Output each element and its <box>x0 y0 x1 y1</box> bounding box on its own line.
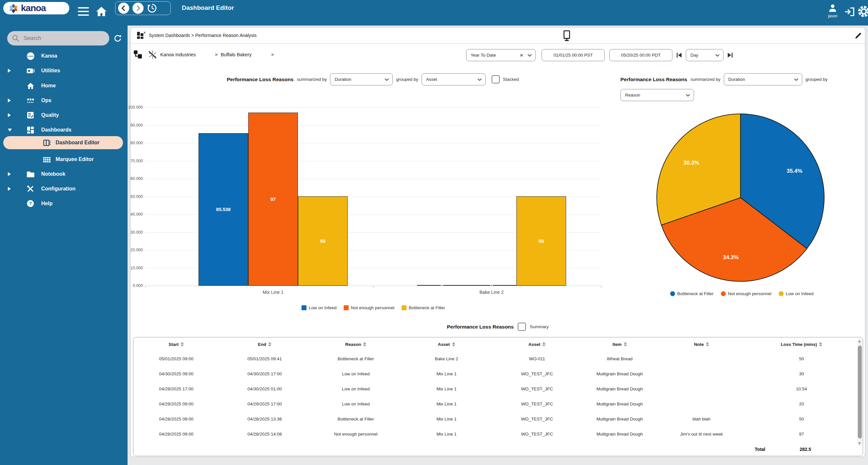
bar-mix-line-1-low-on-infeed[interactable]: 85.538 <box>198 133 248 286</box>
legend-item[interactable]: Not enough personnel <box>721 291 772 296</box>
expand-caret-icon[interactable] <box>8 187 11 191</box>
sidebar-item-dashboard-editor[interactable]: Dashboard Editor <box>0 137 128 149</box>
sort-arrows-icon[interactable] <box>624 342 627 347</box>
category-label: Mix Line 1 <box>247 290 299 295</box>
scrollbar-thumb[interactable] <box>858 346 862 438</box>
table-row[interactable]: 04/28/2025 09:0004/28/2025 14:08Not enou… <box>133 426 857 441</box>
column-header-asset[interactable]: Asset <box>492 342 583 347</box>
breadcrumb[interactable]: System Dashboards > Performance Reason A… <box>149 28 257 43</box>
bar-bake-line-2-bottleneck-at-filler[interactable]: 50 <box>517 196 566 286</box>
table-cell: Multigrain Bread Dough <box>583 416 657 422</box>
column-header-item[interactable]: Item <box>583 342 657 347</box>
asset-filter-icon[interactable] <box>148 50 158 61</box>
history-icon[interactable] <box>147 3 157 13</box>
scroll-up-icon[interactable] <box>858 340 861 342</box>
table-scrollbar[interactable] <box>857 338 862 446</box>
step-select[interactable]: Day <box>686 49 723 61</box>
table-row[interactable]: 04/30/2025 09:0004/30/2025 17:00Low on I… <box>133 366 857 381</box>
sort-arrows-icon[interactable] <box>542 342 546 347</box>
pie-summarized-by-select[interactable]: Duration <box>724 73 802 85</box>
table-cell: Mix Line 1 <box>401 371 492 376</box>
monitor-icon[interactable] <box>562 30 572 42</box>
sidebar-item-home[interactable]: Home <box>0 80 128 92</box>
breadcrumb-separator: > <box>271 44 274 66</box>
table-row[interactable]: 04/29/2025 17:0004/30/2025 01:00Low on I… <box>133 381 857 396</box>
bar-bake-line-2-not-enough-personnel[interactable]: 0 <box>467 285 517 286</box>
kanoa-logo[interactable]: kanoa <box>3 2 69 14</box>
user-menu[interactable]: jason <box>823 3 842 18</box>
site-breadcrumb-item[interactable]: Kanoa Industries <box>160 44 196 66</box>
column-header-asset[interactable]: Asset <box>401 342 492 347</box>
sidebar-item-utilities[interactable]: Utilities <box>0 65 128 77</box>
sort-arrows-icon[interactable] <box>452 342 455 347</box>
column-header-note[interactable]: Note <box>657 342 746 347</box>
sort-arrows-icon[interactable] <box>819 342 822 347</box>
legend-swatch-icon <box>721 291 726 296</box>
column-header-start[interactable]: Start <box>133 342 219 347</box>
refresh-icon[interactable] <box>113 34 122 44</box>
skip-previous-icon[interactable] <box>676 52 683 60</box>
sort-arrows-icon[interactable] <box>706 342 709 347</box>
scroll-down-icon[interactable] <box>858 442 861 445</box>
column-header-end[interactable]: End <box>219 342 310 347</box>
collapse-caret-icon[interactable] <box>8 128 12 132</box>
sidebar-item-marquee-editor[interactable]: Marquee Editor <box>0 153 128 165</box>
search-box[interactable] <box>7 31 109 46</box>
table-cell: Multigrain Bread Dough <box>583 402 657 406</box>
pie-grouped-by-select[interactable]: Reason <box>620 89 694 101</box>
hierarchy-icon[interactable] <box>133 50 143 61</box>
chevron-down-icon <box>685 94 690 97</box>
clear-range-icon[interactable]: × <box>519 52 524 59</box>
search-input[interactable] <box>23 35 103 42</box>
table-row[interactable]: 04/29/2025 09:0004/29/2025 17:00Low on I… <box>133 396 857 411</box>
forward-button[interactable] <box>132 3 144 14</box>
sidebar-item-kanoa[interactable]: KANOA Kanoa <box>0 50 128 62</box>
back-button[interactable] <box>118 3 129 14</box>
legend-item[interactable]: Bottleneck at Filler <box>402 305 445 310</box>
area-breadcrumb-item[interactable]: Buffalo Bakery <box>221 44 251 66</box>
bar-mix-line-1-bottleneck-at-filler[interactable]: 50 <box>298 196 348 286</box>
bar-mix-line-1-not-enough-personnel[interactable]: 97 <box>248 113 298 286</box>
sidebar-item-notebook[interactable]: Notebook <box>0 168 128 180</box>
skip-next-icon[interactable] <box>727 52 734 60</box>
legend-item[interactable]: Bottleneck at Filler <box>670 291 714 296</box>
table-cell: 04/29/2025 09:00 <box>133 402 219 406</box>
menu-icon[interactable] <box>78 7 89 16</box>
column-header-reason[interactable]: Reason <box>310 342 402 347</box>
expand-caret-icon[interactable] <box>8 69 11 72</box>
bar-value-label: 50 <box>539 238 544 244</box>
table-cell: 04/28/2025 13:36 <box>219 416 310 422</box>
folder-icon <box>25 170 36 179</box>
expand-caret-icon[interactable] <box>8 98 11 103</box>
table-row[interactable]: 04/28/2025 09:0004/28/2025 13:36Bottlene… <box>133 411 857 426</box>
legend-swatch-icon <box>344 305 349 310</box>
sort-arrows-icon[interactable] <box>181 342 184 347</box>
home-icon[interactable] <box>95 5 107 19</box>
stacked-checkbox[interactable] <box>492 75 500 83</box>
sort-arrows-icon[interactable] <box>363 342 366 347</box>
sidebar-item-dashboards[interactable]: Dashboards <box>0 124 128 136</box>
logout-icon[interactable] <box>844 6 856 19</box>
edit-pencil-icon[interactable] <box>854 31 862 41</box>
legend-item[interactable]: Not enough personnel <box>344 305 395 310</box>
settings-gear-icon[interactable] <box>858 5 868 19</box>
table-row[interactable]: 05/01/2025 09:0005/01/2025 09:41Bottlene… <box>133 351 857 366</box>
sort-arrows-icon[interactable] <box>268 342 272 347</box>
sidebar-item-configuration[interactable]: Configuration <box>0 183 128 195</box>
date-range-preset-select[interactable]: Year To Date × <box>466 49 536 61</box>
bar-bake-line-2-low-on-infeed[interactable]: 0 <box>417 285 467 286</box>
legend-item[interactable]: Low on Infeed <box>302 305 337 310</box>
column-header-loss-time-mins-[interactable]: Loss Time (mins) <box>746 342 857 347</box>
sidebar-item-quality[interactable]: Quality <box>0 109 128 121</box>
end-date-input[interactable]: 05/20/25 00:00 PDT <box>609 49 673 61</box>
legend-item[interactable]: Low on Infeed <box>779 291 814 296</box>
bar-grouped-by-select[interactable]: Asset <box>422 73 486 85</box>
bar-summarized-by-select[interactable]: Duration <box>330 73 393 85</box>
sidebar-item-ops[interactable]: Ops <box>0 94 128 106</box>
sidebar-item-help[interactable]: ? Help <box>0 198 128 209</box>
expand-caret-icon[interactable] <box>8 113 11 117</box>
summary-checkbox[interactable] <box>518 323 526 331</box>
start-date-input[interactable]: 01/01/25 00:00 PST <box>541 49 605 61</box>
sidebar-item-label: Dashboard Editor <box>56 140 99 146</box>
expand-caret-icon[interactable] <box>8 172 11 176</box>
